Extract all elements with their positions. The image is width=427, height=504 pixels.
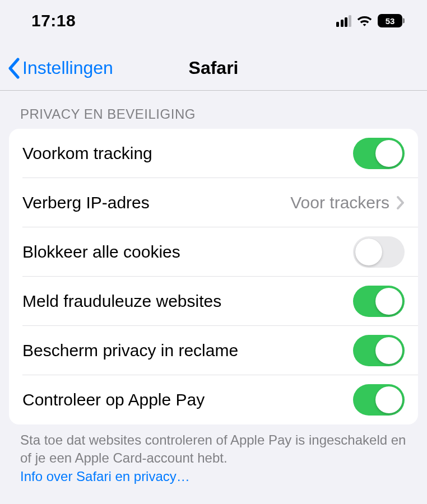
- battery-level: 53: [386, 16, 395, 26]
- toggle-block-cookies[interactable]: [353, 236, 405, 268]
- chevron-left-icon: [7, 58, 20, 79]
- row-value: Voor trackers: [290, 193, 389, 212]
- row-prevent-tracking: Voorkom tracking: [9, 129, 418, 178]
- navigation-bar: Instellingen Safari: [0, 46, 427, 91]
- row-label: Blokkeer alle cookies: [22, 242, 353, 262]
- row-fraudulent-websites: Meld frauduleuze websites: [9, 277, 418, 326]
- status-indicators: 53: [336, 14, 402, 27]
- row-label: Bescherm privacy in reclame: [22, 341, 353, 360]
- row-label: Voorkom tracking: [22, 144, 353, 163]
- row-label: Meld frauduleuze websites: [22, 292, 353, 311]
- toggle-prevent-tracking[interactable]: [353, 138, 405, 169]
- cellular-signal-icon: [336, 15, 351, 27]
- back-label: Instellingen: [22, 58, 113, 78]
- battery-icon: 53: [378, 14, 402, 27]
- section-header: PRIVACY EN BEVEILIGING: [9, 91, 418, 129]
- row-block-cookies: Blokkeer alle cookies: [9, 227, 418, 277]
- row-label: Verberg IP-adres: [22, 193, 290, 212]
- row-apple-pay: Controleer op Apple Pay: [9, 375, 418, 424]
- privacy-info-link[interactable]: Info over Safari en privacy…: [20, 469, 190, 484]
- chevron-right-icon: [396, 195, 405, 210]
- toggle-apple-pay[interactable]: [353, 384, 405, 416]
- back-button[interactable]: Instellingen: [7, 58, 113, 79]
- settings-group: Voorkom tracking Verberg IP-adres Voor t…: [9, 129, 418, 424]
- page-title: Safari: [189, 58, 239, 78]
- status-time: 17:18: [31, 11, 76, 30]
- row-privacy-ads: Bescherm privacy in reclame: [9, 326, 418, 375]
- row-label: Controleer op Apple Pay: [22, 390, 353, 409]
- content: PRIVACY EN BEVEILIGING Voorkom tracking …: [0, 91, 427, 486]
- status-bar: 17:18 53: [0, 0, 427, 36]
- row-hide-ip[interactable]: Verberg IP-adres Voor trackers: [9, 178, 418, 227]
- toggle-privacy-ads[interactable]: [353, 335, 405, 366]
- section-footer: Sta toe dat websites controleren of Appl…: [9, 424, 418, 486]
- wifi-icon: [356, 15, 373, 27]
- footer-text: Sta toe dat websites controleren of Appl…: [20, 432, 406, 465]
- toggle-fraudulent-websites[interactable]: [353, 286, 405, 317]
